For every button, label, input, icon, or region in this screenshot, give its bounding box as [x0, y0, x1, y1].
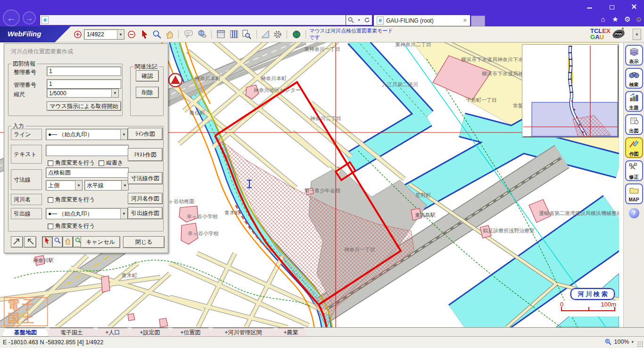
river-name-label: 河川名	[11, 194, 42, 205]
zoom-mode-button[interactable]	[52, 236, 63, 248]
text-input[interactable]	[46, 145, 129, 156]
cursor-mode-button[interactable]	[42, 236, 52, 248]
settings-gear-icon[interactable]: ⚙	[622, 15, 633, 24]
line-style-combo[interactable]: ●― （始点丸印）▼	[46, 129, 128, 140]
map-label: 青木町	[122, 273, 137, 278]
draw-arrow-ne-button[interactable]	[11, 236, 23, 248]
sidebar-item-map[interactable]: MAP	[625, 183, 643, 204]
dimension-draw-button[interactable]: 寸法線作図	[128, 172, 163, 184]
tab-ichi-zu[interactable]: +位置図	[169, 328, 212, 337]
sidebar-item-print[interactable]: 出図	[625, 114, 643, 135]
address-bar[interactable]: e	[40, 15, 346, 25]
tab-river-management[interactable]: +河川管理区間	[209, 328, 277, 337]
app-logo: WebFiling	[0, 26, 71, 42]
forward-button[interactable]: →	[23, 11, 36, 25]
map-label: 東高島駅	[415, 212, 436, 218]
globe-link-icon[interactable]	[197, 29, 207, 40]
feedback-smiley-icon[interactable]: ☺	[634, 15, 644, 23]
seiri-input[interactable]: 1	[47, 66, 121, 76]
new-tab-stub[interactable]	[471, 16, 485, 26]
dimension-text-input[interactable]: 点検範囲	[46, 167, 129, 178]
denshi-kokudo-watermark: 電子 国土	[4, 297, 48, 326]
search-icon[interactable]	[348, 17, 354, 23]
text-draw-button[interactable]: ﾃｷｽﾄ作図	[128, 148, 163, 161]
tab-title: GAU-FILING (root)	[386, 17, 461, 24]
river-inspection-dialog[interactable]: 河川点検位置図要素作成 図郭情報 整理番号 1 管理番号 1 縮尺 1/5000…	[4, 43, 168, 253]
annotation-balloon-icon[interactable]	[184, 29, 194, 40]
river-name-draw-button[interactable]: 河川名作図	[128, 193, 163, 204]
kanri-input[interactable]: 1	[47, 79, 121, 89]
pan-mode-button[interactable]	[63, 236, 73, 248]
zoom-in-icon[interactable]	[73, 29, 83, 40]
attribute-list-icon[interactable]	[216, 29, 226, 40]
text-vertical-checkbox[interactable]: 縦書き	[99, 159, 123, 167]
dialog-close-button[interactable]: 閉じる	[123, 236, 165, 248]
resize-grip[interactable]	[637, 341, 643, 347]
tools-gear-icon[interactable]	[272, 29, 283, 40]
note-delete-button[interactable]: 削除	[136, 87, 159, 98]
sidebar-item-search[interactable]: 検索	[625, 68, 643, 89]
zoom-dropdown-icon[interactable]: ▾	[631, 340, 634, 344]
home-icon[interactable]: ⌂	[598, 15, 608, 23]
search-dropdown-icon[interactable]: ▾	[358, 18, 360, 22]
leader-style-combo[interactable]: ●― （始点丸印）▼	[46, 208, 128, 219]
maximize-button[interactable]	[605, 3, 619, 10]
line-label: ライン	[11, 129, 42, 140]
app-toolbar: WebFiling 1/4922 ▼ マウスは河川点検位置図要素モード です T…	[0, 26, 644, 42]
earth-globe-icon[interactable]	[291, 29, 302, 40]
sidebar-item-draw[interactable]: 作図	[625, 137, 643, 158]
dimension-side-combo[interactable]: 上側▼	[46, 180, 83, 191]
overview-inset-map[interactable]	[522, 45, 619, 137]
map-label: 幸ヶ谷小学校	[187, 214, 218, 219]
river-search-button[interactable]: 河 川 検 索	[570, 288, 615, 300]
favorites-star-icon[interactable]: ★	[610, 15, 620, 24]
browser-nav-row: ← → e ▾ e GAU-FILING (root) ✕ ⌂ ★ ⚙ ☺	[0, 13, 644, 26]
cancel-button[interactable]: キャンセル	[81, 236, 120, 248]
zoom-out-icon[interactable]	[126, 29, 137, 40]
application-window: ← → e ▾ e GAU-FILING (root) ✕ ⌂ ★ ⚙ ☺ We…	[0, 0, 644, 348]
note-confirm-button[interactable]: 確認	[136, 70, 159, 82]
dialog-scale-label: 縮尺	[14, 91, 25, 99]
sidebar-item-display[interactable]: 表示	[625, 45, 643, 66]
back-button[interactable]: ←	[3, 9, 20, 26]
combo-arrow-icon[interactable]: ▼	[117, 30, 124, 39]
sidebar-item-theme[interactable]: 主題	[625, 91, 643, 112]
scale-combobox[interactable]: 1/4922 ▼	[84, 29, 124, 40]
select-cursor-icon[interactable]	[140, 29, 150, 40]
tab-base-map[interactable]: 基盤地図	[2, 328, 49, 337]
tab-population[interactable]: +人口	[94, 328, 131, 337]
river-angle-checkbox[interactable]: 角度変更を行う	[48, 196, 95, 204]
leader-angle-checkbox[interactable]: 角度変更を行う	[48, 222, 95, 230]
browser-tab[interactable]: e GAU-FILING (root) ✕	[373, 15, 471, 26]
text-angle-checkbox[interactable]: 角度変更を行う	[48, 159, 95, 167]
pan-hand-icon[interactable]	[165, 29, 175, 40]
leader-draw-button[interactable]: 引出線作図	[128, 207, 163, 219]
tab-agriculture[interactable]: +農業	[274, 328, 307, 337]
map-label: 神奈川駅	[33, 257, 54, 263]
dimension-direction-combo[interactable]: 水平線▼	[84, 180, 129, 191]
layer-tab-bar: 基盤地図 電子国土 +人口 +設定図 +位置図 +河川管理区間 +農業	[0, 327, 644, 336]
shark-mascot-icon	[611, 27, 626, 41]
close-button[interactable]	[627, 3, 641, 10]
layer-columns-icon[interactable]	[229, 29, 239, 40]
search-tools[interactable]: ▾	[346, 15, 372, 25]
zoom-magnifier-icon[interactable]	[152, 29, 162, 40]
tab-close-icon[interactable]: ✕	[463, 17, 467, 24]
help-button[interactable]: ?	[629, 208, 639, 218]
tab-settei-zu[interactable]: +設定図	[128, 328, 172, 337]
browser-zoom-control[interactable]: 100% ▾	[605, 339, 634, 345]
refresh-icon[interactable]	[364, 17, 370, 23]
tab-denshi-kokudo[interactable]: 電子国土	[46, 328, 97, 337]
document-search-icon[interactable]	[241, 29, 252, 40]
toolbar-overflow-dropdown[interactable]: ▼	[633, 29, 641, 40]
measure-triangle-icon[interactable]	[260, 29, 271, 40]
draw-arrow-nw-button[interactable]	[24, 236, 36, 248]
dialog-scale-combo[interactable]: 1/5000▼	[47, 89, 119, 98]
dialog-title: 河川点検位置図要素作成	[11, 48, 73, 56]
map-label: 青木町	[224, 210, 240, 215]
acquire-by-mouse-button[interactable]: マウス指示による取得開始	[47, 101, 121, 111]
scale-combobox-value: 1/4922	[87, 31, 104, 38]
minimize-button[interactable]	[582, 3, 596, 10]
sidebar-item-modify[interactable]: 修正	[625, 160, 643, 181]
line-draw-button[interactable]: ﾗｲﾝ作図	[128, 128, 163, 140]
